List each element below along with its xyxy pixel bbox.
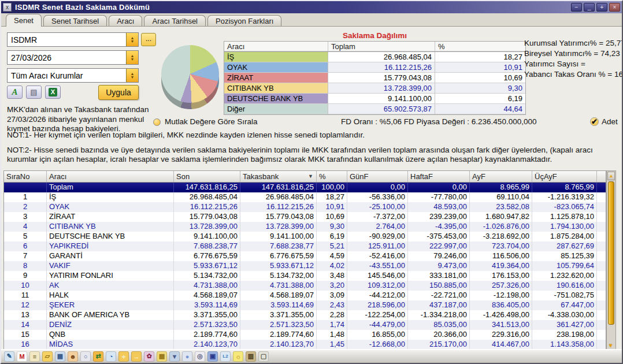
cell: 26.968.485,04: [328, 52, 435, 62]
table-row[interactable]: 10AK4.731.388,004.731.388,003,20109.312,…: [4, 281, 606, 291]
col-pct[interactable]: %: [435, 42, 525, 51]
rollup-icon[interactable]: −: [571, 3, 582, 12]
document-search-icon[interactable]: ◎: [195, 351, 205, 362]
column-header-takasbank[interactable]: Takasbank▼: [240, 171, 317, 182]
scroll-up-icon[interactable]: ▲: [607, 172, 615, 180]
table-row[interactable]: 13BANK OF AMERICA YB3.371.355,003.371.35…: [4, 310, 606, 320]
sort-radio-label[interactable]: Mutlak Değere Göre Sırala: [165, 117, 258, 126]
print-button[interactable]: ▤: [26, 86, 42, 99]
column-header-aracı[interactable]: Aracı: [47, 171, 174, 182]
weave-icon[interactable]: ▩: [157, 351, 167, 362]
table-row[interactable]: 15QNB2.189.774,602.189.774,601,4816.855,…: [4, 330, 606, 340]
cell: DEUTSCHE BANK YB: [224, 94, 328, 104]
scroll-down-icon[interactable]: ▼: [608, 343, 613, 348]
cell: 18,27: [435, 52, 525, 62]
frame-icon[interactable]: ▢: [258, 351, 269, 362]
distribution-row[interactable]: DEUTSCHE BANK YB9.141.100,006,19: [224, 94, 525, 104]
vertical-scrollbar[interactable]: ▲ ▼: [606, 170, 616, 350]
sort-arrow-icon[interactable]: ▼: [308, 171, 313, 182]
table-row[interactable]: 9YATIRIM FONLARI5.134.732,005.134.732,00…: [4, 271, 606, 281]
browse-button[interactable]: ...: [141, 33, 156, 46]
palette-icon[interactable]: ✿: [144, 351, 154, 362]
column-header-üçayf[interactable]: ÜçAyF: [532, 171, 597, 182]
table-row[interactable]: 5DEUTSCHE BANK YB9.141.100,009.141.100,0…: [4, 232, 606, 242]
adet-label[interactable]: Adet: [602, 117, 618, 126]
maximize-icon[interactable]: +: [596, 3, 607, 12]
stamp-icon[interactable]: ▼: [169, 351, 180, 362]
table-row[interactable]: 6YAPIKREDİ7.688.238,777.688.238,775,2112…: [4, 242, 606, 251]
tab-pozisyon-farklar-[interactable]: Pozisyon Farkları: [207, 15, 281, 26]
sort-radio[interactable]: [153, 118, 161, 126]
table-row[interactable]: 14DENİZ2.571.323,502.571.323,501,74-44.4…: [4, 320, 606, 330]
security-select[interactable]: ISDMR ▲▼: [7, 32, 139, 47]
distribution-header: Aracı Toplam %: [224, 42, 525, 52]
column-header-günf[interactable]: GünF: [347, 171, 408, 182]
window-menu-close-icon[interactable]: x: [3, 3, 12, 12]
distribution-row[interactable]: Diğer65.902.573,8744,64: [224, 104, 525, 114]
globe-icon[interactable]: ◔: [106, 351, 116, 362]
spinner-arrows-icon[interactable]: ▲▼: [126, 51, 138, 64]
cell: ZİRAAT: [224, 73, 328, 83]
date-select[interactable]: 27/03/2026 ▲▼: [7, 50, 139, 65]
blob-icon[interactable]: ●: [182, 351, 192, 362]
table-row[interactable]: 16MİDAS2.140.123,702.140.123,701,45-12.6…: [4, 340, 606, 350]
cell: 44,64: [435, 104, 525, 114]
font-button[interactable]: A: [7, 86, 23, 99]
cell: Diğer: [224, 104, 328, 114]
spinner-arrows-icon[interactable]: ▲▼: [126, 33, 138, 46]
column-header-haftaf[interactable]: HaftaF: [408, 171, 470, 182]
distribution-title: Saklama Dağılımı: [224, 31, 526, 40]
table-row[interactable]: 11HALK4.568.189,074.568.189,073,09-44.21…: [4, 291, 606, 300]
adet-checkbox[interactable]: ✔: [590, 117, 599, 126]
distribution-table: Aracı Toplam % İŞ26.968.485,0418,27OYAK1…: [224, 41, 526, 115]
l2-icon[interactable]: L2: [220, 351, 231, 362]
folder-icon[interactable]: ▱: [42, 351, 53, 362]
clipboard-icon[interactable]: ≡: [29, 351, 40, 362]
transfer-icon[interactable]: ⇄: [93, 351, 103, 362]
table-row[interactable]: 3ZİRAAT15.779.043,0815.779.043,0810,69-7…: [4, 212, 606, 222]
tab-arac-tarihsel[interactable]: Aracı Tarihsel: [144, 15, 206, 26]
table-row[interactable]: 7GARANTİ6.776.675,596.776.675,594,59-52.…: [4, 251, 606, 261]
col-toplam[interactable]: Toplam: [328, 42, 435, 51]
database-icon[interactable]: ▣: [207, 351, 218, 362]
distribution-row[interactable]: OYAK16.112.215,2610,91: [224, 62, 525, 73]
table-row-total[interactable]: Toplam147.631.816,25147.631.816,25100,00…: [4, 183, 606, 192]
tab-arac-[interactable]: Aracı: [109, 15, 142, 26]
chart-edit-icon[interactable]: ✎: [4, 351, 14, 362]
table-row[interactable]: 8VAKIF5.933.671,125.933.671,124,02-43.55…: [4, 261, 606, 271]
trash-icon[interactable]: ▥: [246, 351, 256, 362]
close-icon[interactable]: ×: [609, 3, 620, 12]
search-icon[interactable]: ○: [80, 351, 91, 362]
column-header-son[interactable]: Son: [174, 171, 240, 182]
minimize-icon[interactable]: _: [584, 3, 595, 12]
table-row[interactable]: 1İŞ26.968.485,0426.968.485,0418,27-56.33…: [4, 192, 606, 202]
security-value: ISDMR: [8, 35, 126, 44]
col-araci[interactable]: Aracı: [224, 42, 328, 51]
tab-senet[interactable]: Senet: [6, 14, 42, 27]
table-row[interactable]: 4CITIBANK YB13.728.399,0013.728.399,009,…: [4, 222, 606, 232]
brand-m-icon[interactable]: M: [17, 351, 27, 362]
divide-icon[interactable]: ÷: [118, 351, 129, 362]
info-text: MKK'dan alınan ve Takasbank tarafından 2…: [7, 105, 158, 134]
column-header-sırano[interactable]: SıraNo: [4, 171, 47, 182]
arrow-right-icon[interactable]: →: [131, 351, 142, 362]
scrollbar-thumb[interactable]: [608, 181, 614, 325]
distribution-row[interactable]: CITIBANK YB13.728.399,009,30: [224, 83, 525, 94]
table-row[interactable]: 12ŞEKER3.593.114,693.593.114,692,43218.5…: [4, 300, 606, 310]
column-header-%[interactable]: %: [317, 171, 347, 182]
distribution-row[interactable]: ZİRAAT15.779.043,0810,69: [224, 73, 525, 83]
broker-select[interactable]: Tüm Aracı Kurumlar ▲▼: [7, 68, 139, 83]
cell: 13.728.399,00: [328, 83, 435, 94]
monitor-chart-icon[interactable]: ▦: [55, 351, 65, 362]
sun-window-icon[interactable]: ☼: [233, 351, 243, 362]
apply-button[interactable]: Uygula: [98, 85, 139, 100]
printer-icon: ▤: [30, 88, 37, 96]
spinner-arrows-icon[interactable]: ▲▼: [126, 69, 138, 82]
distribution-row[interactable]: İŞ26.968.485,0418,27: [224, 52, 525, 62]
excel-export-button[interactable]: X: [45, 86, 61, 99]
tab-senet-tarihsel[interactable]: Senet Tarihsel: [43, 15, 107, 26]
table-row[interactable]: 2OYAK16.112.215,2616.112.215,2610,91-25.…: [4, 202, 606, 212]
column-header-ayf[interactable]: AyF: [470, 171, 532, 182]
users-icon[interactable]: ☻: [68, 351, 78, 362]
window-controls: −_+×: [571, 3, 620, 12]
